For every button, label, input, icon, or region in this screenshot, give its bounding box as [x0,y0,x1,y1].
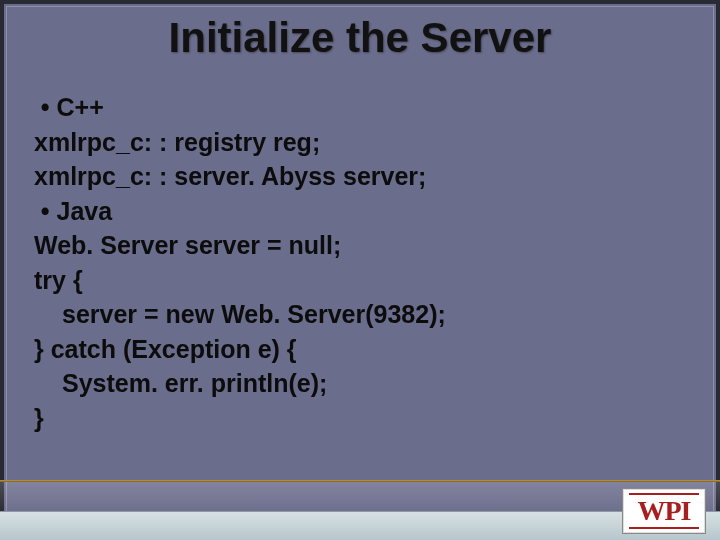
slide-title: Initialize the Server [0,14,720,62]
code-line: } catch (Exception e) { [34,332,680,367]
wpi-logo-text: WPI [638,495,691,527]
code-line: xmlrpc_c: : registry reg; [34,125,680,160]
code-line: xmlrpc_c: : server. Abyss server; [34,159,680,194]
bullet-java: • Java [34,194,680,229]
footer-bottom-bar [0,511,720,540]
footer: WPI [0,480,720,540]
code-line: server = new Web. Server(9382); [34,297,680,332]
code-line: try { [34,263,680,298]
code-line: System. err. println(e); [34,366,680,401]
code-line: Web. Server server = null; [34,228,680,263]
footer-gradient [0,482,720,514]
bullet-cpp: • C++ [34,90,680,125]
bullet-java-label: Java [57,194,113,229]
bullet-dot-icon: • [34,194,57,229]
logo-bar-bottom [629,527,699,529]
slide-body: • C++ xmlrpc_c: : registry reg; xmlrpc_c… [34,90,680,435]
bullet-dot-icon: • [34,90,57,125]
wpi-logo: WPI [622,488,706,534]
code-line: } [34,401,680,436]
bullet-cpp-label: C++ [57,90,104,125]
slide: Initialize the Server • C++ xmlrpc_c: : … [0,0,720,540]
